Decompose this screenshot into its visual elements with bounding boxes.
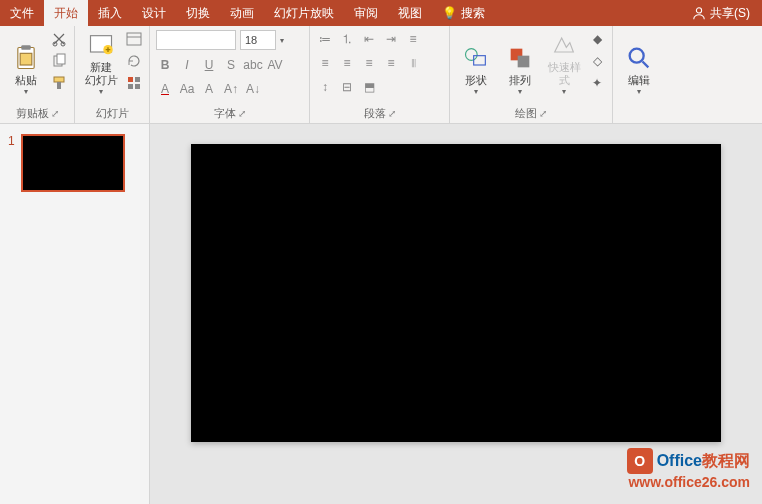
tab-search[interactable]: 💡 搜索: [432, 0, 495, 26]
lightbulb-icon: 💡: [442, 6, 457, 20]
group-paragraph: ≔ ⒈ ⇤ ⇥ ≡ ≡ ≡ ≡ ≡ ⫴ ↕ ⊟ ⬒ 段落 ⤢: [310, 26, 450, 123]
slide-thumbnail-panel[interactable]: 1: [0, 124, 150, 504]
workspace: 1 O Office教程网 www.office26.com: [0, 124, 762, 504]
font-dialog-launcher[interactable]: ⤢: [238, 108, 246, 119]
shrink-font-button[interactable]: A↓: [244, 80, 262, 98]
align-right-button[interactable]: ≡: [360, 54, 378, 72]
align-text-button[interactable]: ⊟: [338, 78, 356, 96]
font-family-select[interactable]: [156, 30, 236, 50]
share-button[interactable]: 共享(S): [680, 5, 762, 22]
ribbon-tabs: 文件 开始 插入 设计 切换 动画 幻灯片放映 审阅 视图 💡 搜索: [0, 0, 495, 26]
line-spacing-button[interactable]: ≡: [404, 30, 422, 48]
group-paragraph-label: 段落: [364, 106, 386, 121]
drawing-dialog-launcher[interactable]: ⤢: [539, 108, 547, 119]
svg-point-0: [696, 8, 701, 13]
reset-icon[interactable]: [125, 52, 143, 70]
font-size-select[interactable]: [240, 30, 276, 50]
bullets-button[interactable]: ≔: [316, 30, 334, 48]
clipboard-dialog-launcher[interactable]: ⤢: [51, 108, 59, 119]
svg-rect-9: [57, 82, 61, 89]
increase-indent-button[interactable]: ⇥: [382, 30, 400, 48]
quick-styles-icon: [550, 31, 578, 59]
thumbnail-preview: [21, 134, 125, 192]
align-left-button[interactable]: ≡: [316, 54, 334, 72]
tab-animation[interactable]: 动画: [220, 0, 264, 26]
arrange-button[interactable]: 排列 ▾: [500, 30, 540, 96]
arrange-label: 排列: [509, 74, 531, 87]
shape-effects-icon[interactable]: ✦: [588, 74, 606, 92]
tab-view[interactable]: 视图: [388, 0, 432, 26]
layout-icon[interactable]: [125, 30, 143, 48]
text-direction-button[interactable]: ↕: [316, 78, 334, 96]
chevron-down-icon: ▾: [518, 87, 522, 96]
current-slide[interactable]: [191, 144, 721, 442]
arrange-icon: [506, 44, 534, 72]
edit-label: 编辑: [628, 74, 650, 87]
watermark-url: www.office26.com: [627, 474, 750, 490]
tab-slideshow[interactable]: 幻灯片放映: [264, 0, 344, 26]
svg-rect-12: [127, 33, 141, 45]
svg-point-18: [466, 49, 478, 61]
group-slides-label: 幻灯片: [96, 106, 129, 121]
decrease-indent-button[interactable]: ⇤: [360, 30, 378, 48]
columns-button[interactable]: ⫴: [404, 54, 422, 72]
tab-insert[interactable]: 插入: [88, 0, 132, 26]
section-icon[interactable]: [125, 74, 143, 92]
slide-edit-area[interactable]: O Office教程网 www.office26.com: [150, 124, 762, 504]
share-label: 共享(S): [710, 5, 750, 22]
group-drawing: 形状 ▾ 排列 ▾ 快速样式 ▾ ◆ ◇ ✦: [450, 26, 613, 123]
slide-thumbnail-1[interactable]: 1: [8, 134, 141, 192]
ribbon: 粘贴 ▾ 剪贴板 ⤢: [0, 26, 762, 124]
cut-icon[interactable]: [50, 30, 68, 48]
paste-label: 粘贴: [15, 74, 37, 87]
tab-home[interactable]: 开始: [44, 0, 88, 26]
tab-review[interactable]: 审阅: [344, 0, 388, 26]
numbering-button[interactable]: ⒈: [338, 30, 356, 48]
shadow-button[interactable]: abc: [244, 56, 262, 74]
italic-button[interactable]: I: [178, 56, 196, 74]
shapes-button[interactable]: 形状 ▾: [456, 30, 496, 96]
quick-styles-label: 快速样式: [544, 61, 584, 87]
strikethrough-button[interactable]: S: [222, 56, 240, 74]
search-label: 搜索: [461, 5, 485, 22]
shape-fill-icon[interactable]: ◆: [588, 30, 606, 48]
watermark: O Office教程网 www.office26.com: [627, 448, 750, 490]
svg-rect-19: [474, 56, 486, 65]
svg-line-23: [643, 62, 649, 68]
new-slide-icon: [87, 31, 115, 59]
new-slide-button[interactable]: 新建 幻灯片 ▾: [81, 30, 121, 96]
bold-button[interactable]: B: [156, 56, 174, 74]
edit-button[interactable]: 编辑 ▾: [619, 30, 659, 96]
chevron-down-icon: ▾: [637, 87, 641, 96]
clear-format-button[interactable]: A: [200, 80, 218, 98]
chevron-down-icon: ▾: [562, 87, 566, 96]
justify-button[interactable]: ≡: [382, 54, 400, 72]
person-icon: [692, 6, 706, 20]
svg-rect-21: [518, 56, 530, 68]
svg-rect-8: [54, 77, 64, 82]
paste-button[interactable]: 粘贴 ▾: [6, 30, 46, 96]
paragraph-dialog-launcher[interactable]: ⤢: [388, 108, 396, 119]
find-icon: [625, 44, 653, 72]
chevron-down-icon: ▾: [280, 36, 284, 45]
smartart-button[interactable]: ⬒: [360, 78, 378, 96]
group-editing: 编辑 ▾: [613, 26, 665, 123]
change-case-button[interactable]: Aa: [178, 80, 196, 98]
grow-font-button[interactable]: A↑: [222, 80, 240, 98]
quick-styles-button[interactable]: 快速样式 ▾: [544, 30, 584, 96]
underline-button[interactable]: U: [200, 56, 218, 74]
char-spacing-button[interactable]: AV: [266, 56, 284, 74]
tab-file[interactable]: 文件: [0, 0, 44, 26]
copy-icon[interactable]: [50, 52, 68, 70]
align-center-button[interactable]: ≡: [338, 54, 356, 72]
tab-design[interactable]: 设计: [132, 0, 176, 26]
group-slides: 新建 幻灯片 ▾ 幻灯片: [75, 26, 150, 123]
svg-rect-2: [21, 45, 30, 50]
tab-transition[interactable]: 切换: [176, 0, 220, 26]
chevron-down-icon: ▾: [99, 87, 103, 96]
svg-rect-3: [20, 53, 32, 65]
shape-outline-icon[interactable]: ◇: [588, 52, 606, 70]
shapes-icon: [462, 44, 490, 72]
font-color-button[interactable]: A: [156, 80, 174, 98]
format-painter-icon[interactable]: [50, 74, 68, 92]
